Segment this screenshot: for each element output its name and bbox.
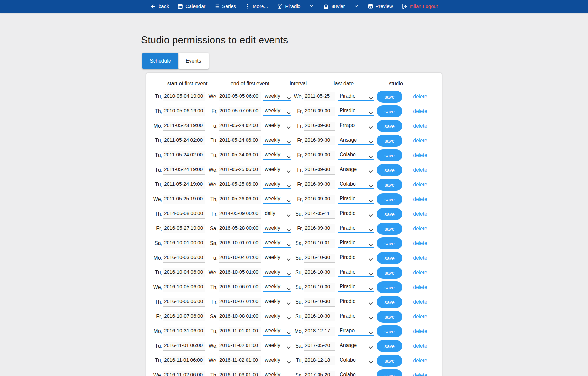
interval-select[interactable]: weekly [263, 312, 291, 321]
start-input[interactable] [163, 136, 205, 145]
end-input[interactable] [219, 239, 261, 248]
nav-calendar[interactable]: Calendar [177, 4, 205, 9]
nav-more[interactable]: More... [245, 4, 268, 9]
delete-link[interactable]: delete [413, 343, 427, 349]
interval-select[interactable]: weekly [263, 122, 291, 130]
nav-site[interactable]: 88vier [323, 4, 345, 10]
studio-select[interactable]: Ansage [338, 166, 374, 174]
end-input[interactable] [219, 342, 261, 351]
station-dropdown-toggle[interactable] [309, 3, 314, 10]
delete-link[interactable]: delete [413, 196, 427, 202]
last-date-input[interactable] [304, 92, 335, 101]
start-input[interactable] [163, 210, 205, 219]
save-button[interactable]: save [377, 237, 402, 249]
delete-link[interactable]: delete [413, 108, 427, 114]
interval-select[interactable]: weekly [263, 254, 291, 262]
start-input[interactable] [163, 356, 205, 365]
interval-select[interactable]: weekly [263, 166, 291, 174]
start-input[interactable] [163, 166, 205, 175]
start-input[interactable] [163, 283, 205, 292]
save-button[interactable]: save [377, 281, 402, 293]
tab-schedule[interactable]: Schedule [142, 53, 178, 69]
last-date-input[interactable] [304, 122, 335, 131]
interval-select[interactable]: weekly [263, 107, 291, 116]
delete-link[interactable]: delete [413, 270, 427, 275]
last-date-input[interactable] [304, 224, 335, 233]
start-input[interactable] [163, 122, 205, 131]
last-date-input[interactable] [304, 107, 335, 116]
nav-logout[interactable]: milan Logout [402, 4, 438, 9]
nav-station[interactable]: Piradio [276, 3, 300, 10]
end-input[interactable] [219, 268, 261, 277]
studio-select[interactable]: Piradio [338, 210, 374, 218]
start-input[interactable] [163, 312, 205, 321]
last-date-input[interactable] [304, 327, 335, 336]
interval-select[interactable]: weekly [263, 298, 291, 306]
end-input[interactable] [219, 371, 261, 376]
save-button[interactable]: save [377, 325, 402, 337]
studio-select[interactable]: Ansage [338, 342, 374, 350]
start-input[interactable] [163, 254, 205, 263]
last-date-input[interactable] [304, 210, 335, 219]
last-date-input[interactable] [304, 180, 335, 189]
studio-select[interactable]: Piradio [338, 254, 374, 262]
studio-select[interactable]: Ansage [338, 136, 374, 145]
studio-select[interactable]: Piradio [338, 195, 374, 204]
save-button[interactable]: save [377, 193, 402, 205]
last-date-input[interactable] [304, 371, 335, 376]
end-input[interactable] [219, 151, 261, 160]
studio-select[interactable]: Piradio [338, 312, 374, 321]
delete-link[interactable]: delete [413, 240, 427, 246]
end-input[interactable] [219, 356, 261, 365]
start-input[interactable] [163, 224, 205, 233]
studio-select[interactable]: Piradio [338, 283, 374, 292]
last-date-input[interactable] [304, 136, 335, 145]
studio-select[interactable]: Piradio [338, 224, 374, 233]
nav-back[interactable]: back [150, 4, 169, 10]
save-button[interactable]: save [377, 355, 402, 367]
save-button[interactable]: save [377, 91, 402, 103]
save-button[interactable]: save [377, 369, 402, 376]
studio-select[interactable]: Piradio [338, 239, 374, 248]
delete-link[interactable]: delete [413, 211, 427, 217]
interval-select[interactable]: weekly [263, 356, 291, 365]
save-button[interactable]: save [377, 311, 402, 323]
interval-select[interactable]: weekly [263, 92, 291, 101]
delete-link[interactable]: delete [413, 123, 427, 129]
studio-select[interactable]: Frrapo [338, 327, 374, 336]
last-date-input[interactable] [304, 254, 335, 263]
delete-link[interactable]: delete [413, 314, 427, 319]
end-input[interactable] [219, 312, 261, 321]
start-input[interactable] [163, 151, 205, 160]
last-date-input[interactable] [304, 342, 335, 351]
interval-select[interactable]: weekly [263, 151, 291, 160]
save-button[interactable]: save [377, 296, 402, 308]
end-input[interactable] [219, 283, 261, 292]
end-input[interactable] [219, 92, 261, 101]
end-input[interactable] [219, 136, 261, 145]
delete-link[interactable]: delete [413, 284, 427, 290]
last-date-input[interactable] [304, 283, 335, 292]
save-button[interactable]: save [377, 223, 402, 235]
save-button[interactable]: save [377, 149, 402, 161]
interval-select[interactable]: weekly [263, 371, 291, 376]
delete-link[interactable]: delete [413, 299, 427, 305]
save-button[interactable]: save [377, 179, 402, 191]
save-button[interactable]: save [377, 120, 402, 132]
delete-link[interactable]: delete [413, 138, 427, 143]
save-button[interactable]: save [377, 267, 402, 279]
delete-link[interactable]: delete [413, 358, 427, 363]
delete-link[interactable]: delete [413, 94, 427, 99]
delete-link[interactable]: delete [413, 167, 427, 173]
delete-link[interactable]: delete [413, 226, 427, 231]
interval-select[interactable]: weekly [263, 195, 291, 204]
last-date-input[interactable] [304, 356, 335, 365]
end-input[interactable] [219, 195, 261, 204]
last-date-input[interactable] [304, 312, 335, 321]
end-input[interactable] [219, 298, 261, 307]
interval-select[interactable]: weekly [263, 180, 291, 189]
delete-link[interactable]: delete [413, 328, 427, 334]
interval-select[interactable]: weekly [263, 239, 291, 248]
last-date-input[interactable] [304, 195, 335, 204]
start-input[interactable] [163, 342, 205, 351]
